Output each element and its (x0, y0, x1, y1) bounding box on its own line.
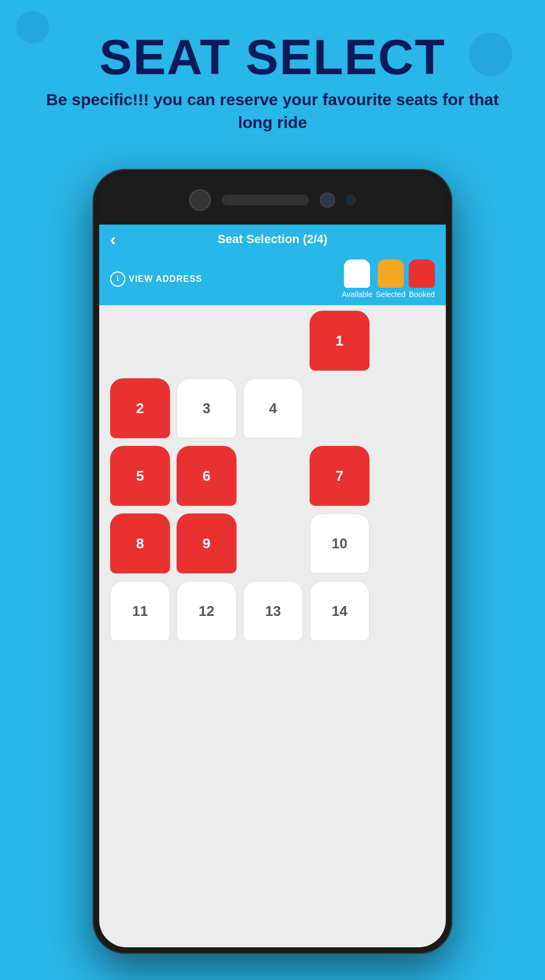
legend-label-selected: Selected (376, 290, 405, 299)
seat-row-2: 5 6 7 (110, 446, 435, 506)
header-section: SEAT SELECT Be specific!!! you can reser… (0, 0, 545, 145)
seat-14[interactable]: 14 (310, 581, 370, 641)
legend-seat-booked (409, 259, 435, 288)
seat-2[interactable]: 2 (110, 378, 170, 438)
seat-empty-r1c3 (310, 378, 370, 438)
back-button[interactable]: ‹ (110, 229, 116, 250)
legend-label-booked: Booked (409, 290, 434, 299)
seat-row-4: 11 12 13 14 (110, 581, 435, 641)
phone-top-bar (99, 176, 446, 225)
seat-row-1: 2 3 4 (110, 378, 435, 438)
camera-front-icon (320, 192, 335, 208)
legend-seat-available (344, 259, 370, 288)
seat-empty-r0c0 (110, 311, 170, 371)
seat-row-0: 1 (110, 311, 435, 371)
seat-9[interactable]: 9 (177, 513, 237, 573)
speaker-icon (222, 195, 309, 205)
phone-frame-wrapper: ‹ Seat Selection (2/4) i VIEW ADDRESS Av… (93, 169, 452, 954)
bus-layout: 1 2 3 4 5 6 7 (99, 305, 446, 660)
page-subtitle: Be specific!!! you can reserve your favo… (0, 88, 545, 134)
seat-4[interactable]: 4 (243, 378, 303, 438)
phone-frame: ‹ Seat Selection (2/4) i VIEW ADDRESS Av… (93, 169, 452, 954)
seat-8[interactable]: 8 (110, 513, 170, 573)
legend-seat-selected (378, 259, 404, 288)
seat-row-3: 8 9 10 (110, 513, 435, 573)
seat-empty-r2c2 (243, 446, 303, 506)
seat-empty-r0c2 (243, 311, 303, 371)
camera-left-icon (189, 189, 211, 211)
seat-12[interactable]: 12 (177, 581, 237, 641)
seat-10[interactable]: 10 (310, 513, 370, 573)
info-icon: i (110, 271, 125, 287)
app-header-top: ‹ Seat Selection (2/4) (110, 232, 435, 255)
seat-empty-r3c2 (243, 513, 303, 573)
view-address-label: VIEW ADDRESS (129, 274, 202, 284)
legend-available: Available (342, 259, 373, 299)
seat-7[interactable]: 7 (310, 446, 370, 506)
page-title: SEAT SELECT (0, 33, 545, 82)
seat-3[interactable]: 3 (177, 378, 237, 438)
legend-row: i VIEW ADDRESS Available Selected (110, 255, 435, 305)
legend-label-available: Available (342, 290, 373, 299)
seat-13[interactable]: 13 (243, 581, 303, 641)
legend-selected: Selected (376, 259, 405, 299)
camera-dot-icon (346, 195, 356, 205)
seat-empty-r0c1 (177, 311, 237, 371)
phone-screen: ‹ Seat Selection (2/4) i VIEW ADDRESS Av… (99, 223, 446, 947)
seat-6[interactable]: 6 (177, 446, 237, 506)
seat-5[interactable]: 5 (110, 446, 170, 506)
seat-11[interactable]: 11 (110, 581, 170, 641)
app-header: ‹ Seat Selection (2/4) i VIEW ADDRESS Av… (99, 223, 446, 305)
phone-inner: ‹ Seat Selection (2/4) i VIEW ADDRESS Av… (99, 176, 446, 947)
seat-1[interactable]: 1 (310, 311, 370, 371)
legend-booked: Booked (409, 259, 435, 299)
view-address[interactable]: i VIEW ADDRESS (110, 271, 202, 287)
screen-title: Seat Selection (2/4) (217, 232, 328, 246)
